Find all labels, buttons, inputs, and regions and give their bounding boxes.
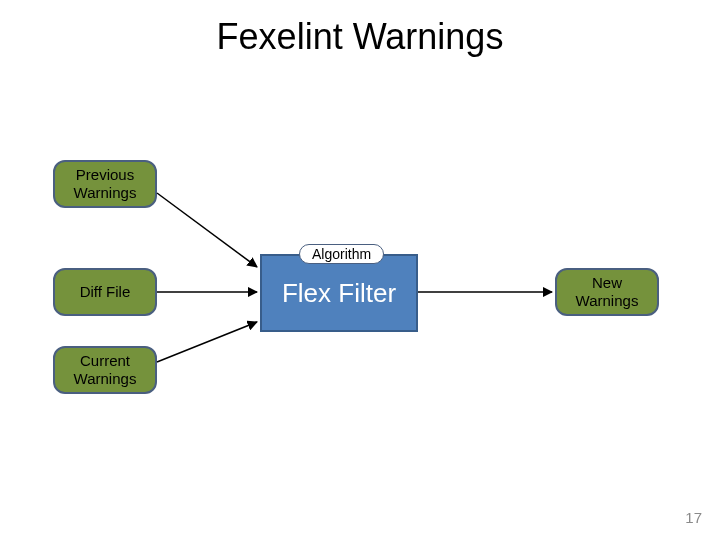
algorithm-label: Algorithm: [299, 244, 384, 264]
node-current-warnings: Current Warnings: [53, 346, 157, 394]
node-previous-warnings: Previous Warnings: [53, 160, 157, 208]
arrow-current-to-filter: [157, 322, 257, 362]
page-number: 17: [685, 509, 702, 526]
slide-canvas: Fexelint Warnings Previous Warnings Diff…: [0, 0, 720, 540]
node-new-warnings: New Warnings: [555, 268, 659, 316]
node-diff-file: Diff File: [53, 268, 157, 316]
arrow-previous-to-filter: [157, 193, 257, 267]
flex-filter-box: Flex Filter: [260, 254, 418, 332]
slide-title: Fexelint Warnings: [0, 16, 720, 58]
